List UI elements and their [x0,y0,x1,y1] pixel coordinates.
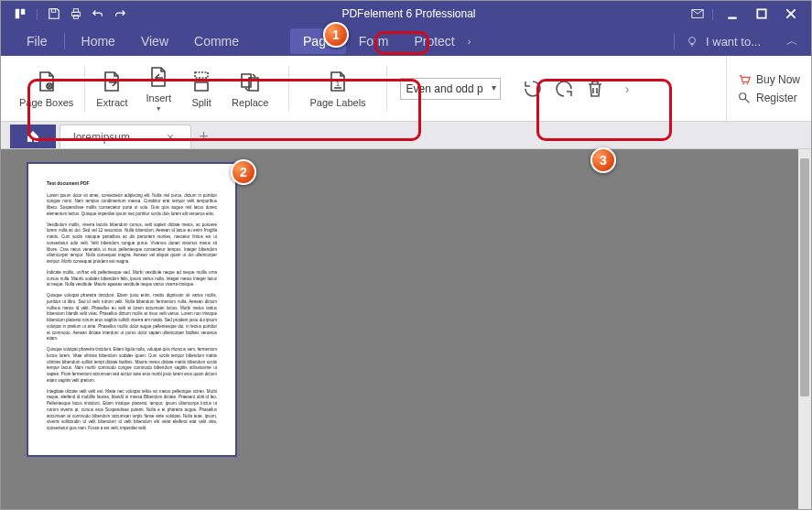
save-icon[interactable] [48,7,60,20]
close-button[interactable] [780,5,802,23]
delete-page-button[interactable] [579,73,611,104]
menu-form[interactable]: Form [346,28,402,54]
app-logo-icon [14,7,27,20]
key-icon [738,92,751,104]
menu-hidden[interactable] [252,36,290,47]
tab-close-button[interactable]: × [167,130,174,145]
svg-line-19 [745,98,749,102]
new-tab-button[interactable]: + [199,125,209,148]
callout-badge-2: 2 [231,159,256,185]
rotate-cw-button[interactable] [548,73,579,104]
print-icon[interactable] [70,7,82,20]
window-title: PDFelement 6 Professional [126,7,691,20]
tab-title: loremipsum [73,131,130,144]
ribbon: Page Boxes Extract Insert ▼ Split Replac… [1,56,811,122]
menu-file[interactable]: File [14,28,60,54]
minimize-button[interactable] [721,5,743,23]
replace-button[interactable]: Replace [222,66,277,112]
menu-comment[interactable]: Comme [181,28,252,54]
svg-point-17 [747,82,749,84]
page-boxes-button[interactable]: Page Boxes [10,66,82,112]
email-icon[interactable] [691,7,704,20]
insert-button[interactable]: Insert ▼ [137,61,181,115]
menu-more-icon[interactable]: › [468,36,471,47]
document-tab[interactable]: loremipsum × [60,125,191,148]
svg-rect-8 [757,9,765,17]
callout-badge-1: 1 [323,22,349,48]
menu-home[interactable]: Home [69,28,128,54]
page-range-dropdown[interactable]: Even and odd p [400,78,501,100]
svg-point-18 [740,92,746,99]
dropdown-caret-icon: ▼ [156,105,162,112]
collapse-ribbon-icon[interactable]: ︿ [786,33,798,49]
svg-point-11 [689,38,696,44]
ribbon-group-rotate-delete [508,68,620,110]
page-thumbnail[interactable]: Test document PDF Lorem ipsum dolor sit … [27,162,237,457]
menu-view[interactable]: View [128,28,181,54]
undo-icon[interactable] [92,7,104,20]
document-area: Test document PDF Lorem ipsum dolor sit … [1,149,811,509]
ribbon-more-icon[interactable]: › [620,81,635,96]
buy-now-button[interactable]: Buy Now [738,73,800,86]
i-want-to-button[interactable]: I want to... [706,35,761,49]
menu-bar: File Home View Comme Page Form Protect ›… [1,27,811,56]
menu-protect[interactable]: Protect [401,28,467,54]
rotate-ccw-button[interactable] [517,73,548,104]
ribbon-group-page-tools: Page Boxes Extract Insert ▼ Split Replac… [1,56,287,121]
bulb-icon [686,35,698,48]
register-button[interactable]: Register [738,92,800,104]
cart-icon [738,73,751,86]
svg-point-16 [742,82,744,84]
home-tab-button[interactable] [10,125,56,148]
redo-icon[interactable] [114,7,126,20]
svg-rect-4 [74,9,79,13]
maximize-button[interactable] [751,5,773,23]
vertical-scrollbar[interactable] [798,149,811,509]
page-labels-button[interactable]: 1 Page Labels [300,66,374,112]
svg-rect-1 [21,9,25,15]
side-actions-panel: Buy Now Register [726,56,811,121]
split-button[interactable]: Split [180,66,222,112]
svg-rect-0 [16,9,19,19]
extract-button[interactable]: Extract [87,66,136,112]
tab-bar: loremipsum × + [1,122,811,149]
svg-text:1: 1 [336,80,341,88]
scrollbar-thumb[interactable] [800,158,809,396]
ribbon-group-labels: 1 Page Labels [291,60,384,117]
callout-badge-3: 3 [590,147,616,173]
title-bar: | PDFelement 6 Professional | [1,1,811,27]
home-icon [26,129,40,144]
